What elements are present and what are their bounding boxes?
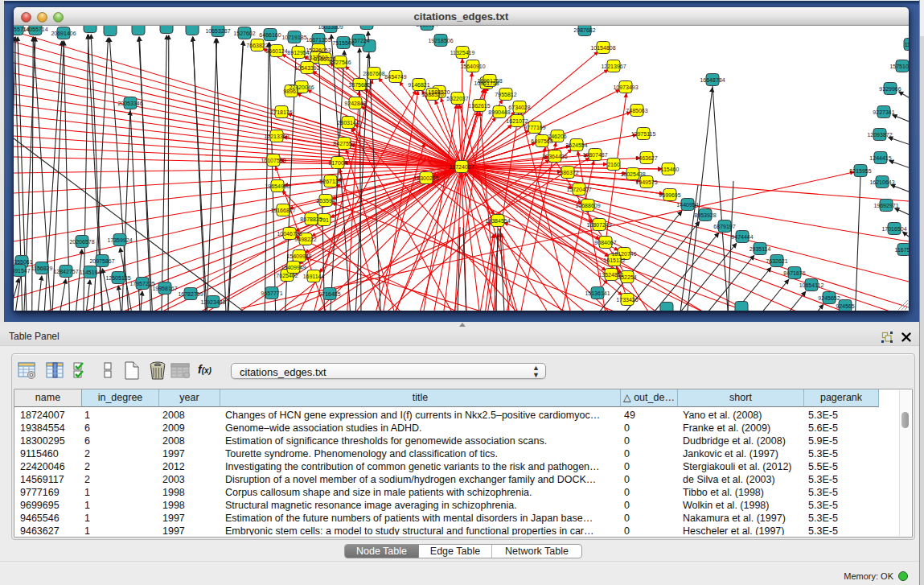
svg-text:1949575: 1949575 [635,179,657,185]
svg-text:19166827: 19166827 [270,208,295,213]
svg-text:16107553: 16107553 [261,158,285,163]
svg-text:12213369: 12213369 [264,134,289,139]
svg-text:15409949: 15409949 [281,265,306,270]
svg-text:8953928: 8953928 [694,212,716,218]
svg-text:1440954: 1440954 [676,202,698,208]
svg-text:7663822: 7663822 [246,43,268,48]
svg-text:1621072: 1621072 [506,118,528,124]
svg-text:20975867: 20975867 [89,258,114,264]
svg-text:8678835: 8678835 [300,216,322,222]
svg-text:19384554: 19384554 [485,218,510,224]
svg-text:19692971: 19692971 [873,203,898,208]
svg-text:9474444: 9474444 [731,234,753,240]
svg-text:1117: 1117 [905,42,909,47]
svg-text:20206578: 20206578 [69,239,94,245]
svg-text:9777169: 9777169 [524,125,545,130]
svg-text:10543392: 10543392 [294,65,319,71]
svg-text:15136141: 15136141 [585,290,610,296]
svg-text:12975115: 12975115 [631,131,656,137]
svg-text:19654983: 19654983 [265,183,290,189]
svg-text:6497568: 6497568 [531,138,552,144]
svg-text:16210643: 16210643 [869,179,894,185]
svg-text:17957225: 17957225 [129,281,154,286]
svg-text:12923448: 12923448 [200,299,225,305]
svg-text:6879197: 6879197 [713,224,735,229]
svg-text:20364436: 20364436 [542,154,567,159]
svg-text:9242848: 9242848 [344,101,366,106]
svg-text:17016504: 17016504 [881,226,906,232]
svg-text:18807249: 18807249 [586,222,611,228]
svg-text:15720407: 15720407 [566,187,591,192]
svg-text:8391547: 8391547 [14,268,31,274]
svg-text:20053346: 20053346 [117,101,142,106]
svg-text:10807487: 10807487 [582,152,607,158]
svg-text:1691144: 1691144 [303,274,325,279]
svg-text:16120746: 16120746 [611,251,636,257]
svg-text:6355061: 6355061 [14,259,33,265]
svg-text:7632621: 7632621 [766,258,787,264]
svg-text:9329966: 9329966 [879,86,901,92]
svg-text:1733426: 1733426 [616,297,638,303]
svg-text:917004: 917004 [328,160,347,166]
svg-text:16961758: 16961758 [477,78,502,84]
svg-text:18300295: 18300295 [413,175,438,181]
svg-text:12213967: 12213967 [601,64,626,69]
svg-text:8215955: 8215955 [849,168,871,174]
svg-text:12505135: 12505135 [105,275,130,281]
svg-text:10654112: 10654112 [799,282,824,288]
svg-text:9327546: 9327546 [329,60,351,65]
svg-text:10688609: 10688609 [575,203,600,208]
svg-text:1527602: 1527602 [233,31,255,36]
svg-text:5322037: 5322037 [446,96,468,101]
svg-text:10046758: 10046758 [277,231,302,237]
svg-text:7357224: 7357224 [347,38,369,43]
svg-text:8990448: 8990448 [488,109,510,115]
svg-text:15226053: 15226053 [306,47,331,53]
svg-text:8813054: 8813054 [416,26,437,27]
svg-text:9716485: 9716485 [318,291,340,297]
svg-text:7485063: 7485063 [626,108,647,113]
svg-text:16782759: 16782759 [178,291,203,297]
svg-text:10154808: 10154808 [590,45,615,51]
svg-text:8427552: 8427552 [333,141,355,146]
svg-text:6734028: 6734028 [508,105,530,110]
svg-text:7386372: 7386372 [556,170,578,175]
svg-text:5267130: 5267130 [319,179,341,184]
svg-text:116753: 116753 [895,247,909,253]
svg-text:12093872: 12093872 [867,132,892,138]
svg-text:12842757: 12842757 [53,269,78,274]
svg-text:9227341: 9227341 [873,109,894,115]
svg-text:1145194: 1145194 [80,270,101,275]
svg-text:19958167: 19958167 [152,286,177,291]
svg-text:1362615: 1362615 [468,103,490,109]
svg-text:19218506: 19218506 [428,38,453,43]
svg-text:3624554: 3624554 [565,142,587,148]
svg-text:252254: 252254 [618,274,636,280]
svg-text:1244415: 1244415 [869,155,891,161]
svg-text:9657771: 9657771 [261,290,282,296]
svg-text:17359924: 17359924 [107,237,132,243]
svg-text:1588520: 1588520 [421,92,443,97]
svg-text:253594: 253594 [316,198,335,204]
svg-text:1156829: 1156829 [31,266,53,271]
svg-text:7955812: 7955812 [495,92,516,97]
svg-text:18724007: 18724007 [449,164,474,170]
svg-text:15640910: 15640910 [460,64,485,69]
svg-text:15751074: 15751074 [889,64,909,69]
svg-text:16671355: 16671355 [306,37,331,43]
svg-text:10025438: 10025438 [620,171,645,177]
svg-text:7625402: 7625402 [276,273,298,278]
svg-text:11325419: 11325419 [450,50,475,56]
svg-text:9498222: 9498222 [294,237,316,242]
svg-text:2087682: 2087682 [573,27,595,33]
svg-text:10653287: 10653287 [205,28,230,34]
svg-text:15409948: 15409948 [286,253,311,259]
svg-text:9463627: 9463627 [635,155,657,161]
svg-text:9146821: 9146821 [408,82,429,88]
svg-text:2718176: 2718176 [270,109,292,115]
svg-text:14055714: 14055714 [23,27,47,32]
svg-text:16648784: 16648784 [700,77,725,83]
svg-text:9245652: 9245652 [818,295,840,301]
svg-text:10719185: 10719185 [281,35,306,40]
svg-text:2160: 2160 [607,162,620,167]
